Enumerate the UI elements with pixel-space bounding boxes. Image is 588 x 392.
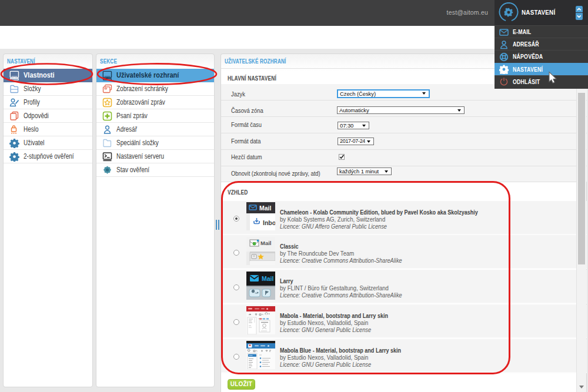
svg-text:Mail: Mail [259, 205, 272, 212]
svg-text:Mail: Mail [260, 240, 271, 246]
svg-text:Inbo: Inbo [263, 219, 275, 226]
svg-text:Mail: Mail [262, 275, 274, 282]
